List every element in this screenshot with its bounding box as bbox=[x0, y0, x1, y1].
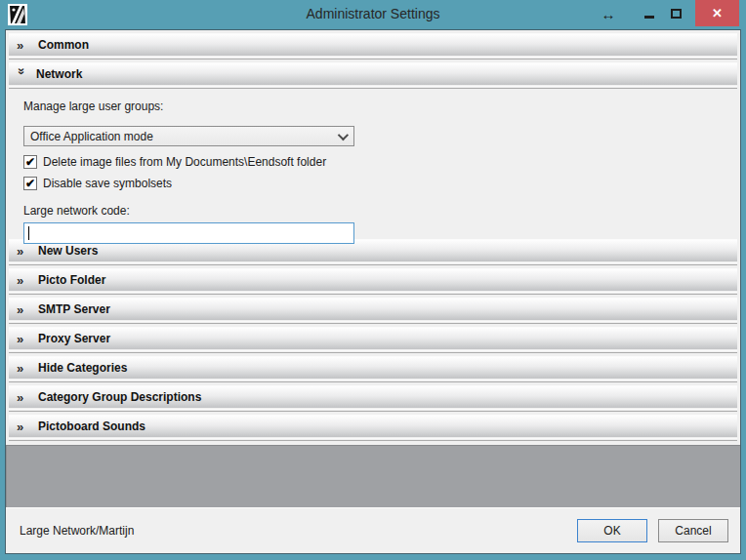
cancel-button[interactable]: Cancel bbox=[658, 519, 728, 542]
minimize-icon bbox=[644, 16, 654, 19]
chevron-double-right-icon: » bbox=[17, 391, 34, 404]
chevron-double-right-icon: » bbox=[17, 362, 34, 375]
network-panel: Manage large user groups: Office Applica… bbox=[9, 89, 737, 239]
maximize-button[interactable] bbox=[662, 0, 689, 27]
accordion-header-category-group-descriptions[interactable]: » Category Group Descriptions bbox=[9, 385, 737, 408]
checkbox-label: Disable save symbolsets bbox=[43, 177, 172, 190]
close-button[interactable]: ✕ bbox=[695, 0, 739, 26]
accordion-header-network[interactable]: » Network bbox=[9, 62, 737, 85]
accordion-header-common[interactable]: » Common bbox=[9, 33, 737, 56]
accordion-label: Picto Folder bbox=[38, 273, 105, 287]
titlebar: Administrator Settings ↔ ✕ bbox=[0, 0, 746, 29]
accordion-label: Common bbox=[38, 38, 89, 52]
accordion-header-proxy-server[interactable]: » Proxy Server bbox=[9, 327, 737, 349]
checkbox-row: ✔ Delete image files from My Documents\E… bbox=[23, 155, 737, 169]
checkbox-delete-image-files[interactable]: ✔ bbox=[23, 155, 37, 169]
accordion-header-smtp-server[interactable]: » SMTP Server bbox=[9, 298, 737, 320]
accordion-label: Network bbox=[36, 67, 82, 81]
accordion-label: Category Group Descriptions bbox=[38, 390, 201, 404]
dropdown-selected-value: Office Application mode bbox=[30, 130, 338, 143]
accordion-label: New Users bbox=[38, 244, 98, 258]
status-text: Large Network/Martijn bbox=[20, 524, 134, 538]
resize-icon[interactable]: ↔ bbox=[594, 0, 623, 27]
chevron-double-right-icon: » bbox=[17, 303, 34, 316]
network-code-input[interactable] bbox=[23, 222, 354, 244]
minimize-button[interactable] bbox=[637, 0, 662, 27]
divider bbox=[9, 440, 737, 441]
manage-groups-label: Manage large user groups: bbox=[23, 95, 737, 113]
accordion-label: Pictoboard Sounds bbox=[38, 420, 145, 433]
dialog-body: » Common » Network Manage large user gro… bbox=[5, 29, 741, 554]
chevron-double-right-icon: » bbox=[17, 39, 34, 52]
chevron-double-down-icon: » bbox=[16, 67, 28, 81]
settings-accordion: » Common » Network Manage large user gro… bbox=[6, 30, 740, 441]
checkbox-label: Delete image files from My Documents\Een… bbox=[43, 155, 326, 169]
accordion-label: Hide Categories bbox=[38, 361, 127, 375]
titlebar-controls: ↔ ✕ bbox=[594, 0, 746, 29]
footer-buttons: OK Cancel bbox=[577, 519, 728, 542]
check-icon: ✔ bbox=[25, 156, 35, 168]
chevron-double-right-icon: » bbox=[17, 274, 34, 287]
chevron-double-right-icon: » bbox=[17, 333, 34, 345]
network-code-input-wrap bbox=[23, 222, 354, 244]
footer-bar: Large Network/Martijn OK Cancel bbox=[6, 507, 740, 553]
accordion-label: Proxy Server bbox=[38, 332, 110, 345]
accordion-header-pictoboard-sounds[interactable]: » Pictoboard Sounds bbox=[9, 415, 737, 437]
maximize-icon bbox=[671, 9, 682, 19]
accordion-header-hide-categories[interactable]: » Hide Categories bbox=[9, 356, 737, 379]
checkbox-row: ✔ Disable save symbolsets bbox=[23, 177, 737, 190]
app-logo-icon bbox=[8, 4, 27, 25]
empty-gray-area bbox=[6, 445, 740, 507]
chevron-double-right-icon: » bbox=[17, 420, 34, 433]
chevron-down-icon bbox=[338, 129, 349, 140]
check-icon: ✔ bbox=[25, 178, 35, 189]
text-caret bbox=[28, 226, 29, 240]
accordion-label: SMTP Server bbox=[38, 302, 110, 316]
accordion-header-picto-folder[interactable]: » Picto Folder bbox=[9, 268, 737, 291]
administrator-settings-window: Administrator Settings ↔ ✕ » Common » Ne… bbox=[0, 0, 746, 560]
network-code-label: Large network code: bbox=[23, 199, 737, 218]
ok-button[interactable]: OK bbox=[577, 519, 647, 542]
chevron-double-right-icon: » bbox=[17, 245, 34, 258]
user-groups-mode-dropdown[interactable]: Office Application mode bbox=[23, 126, 354, 146]
checkbox-disable-save-symbolsets[interactable]: ✔ bbox=[23, 177, 37, 190]
